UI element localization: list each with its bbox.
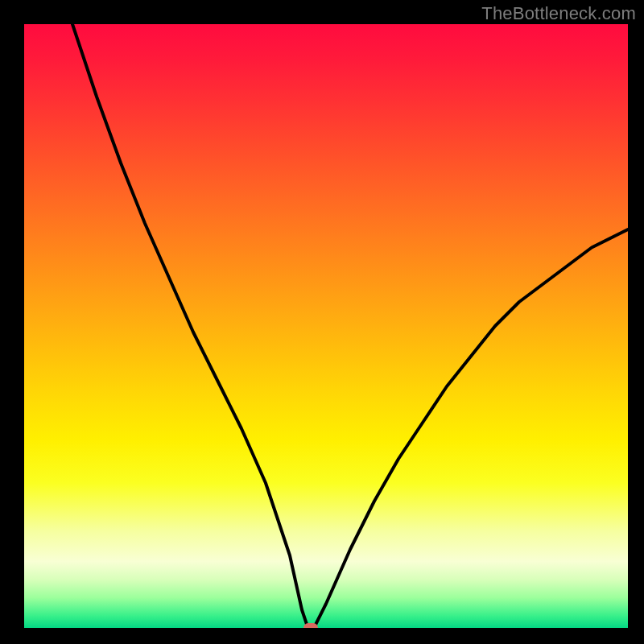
bottleneck-curve — [24, 24, 628, 628]
plot-area — [24, 24, 628, 628]
minimum-marker — [303, 623, 318, 628]
watermark-text: TheBottleneck.com — [481, 3, 636, 24]
chart-frame: TheBottleneck.com — [0, 0, 644, 644]
